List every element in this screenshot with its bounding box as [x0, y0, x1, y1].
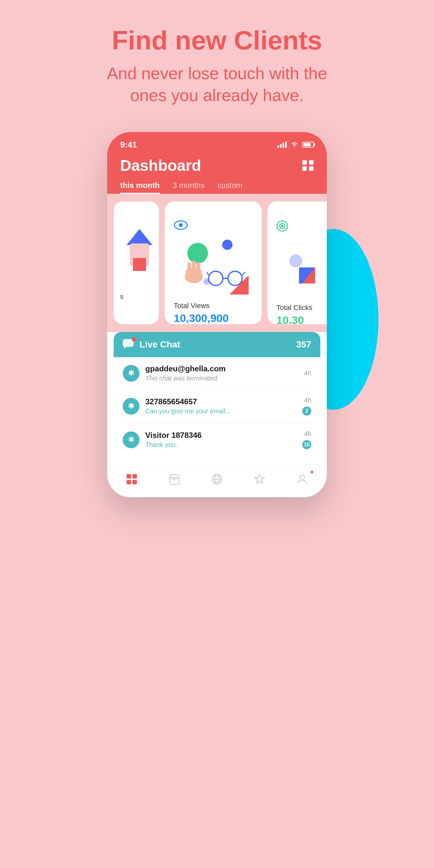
- card-icon-row: [174, 220, 252, 230]
- svg-point-18: [289, 254, 302, 268]
- svg-point-17: [281, 225, 283, 227]
- unread-badge: 2: [302, 407, 311, 415]
- card-total-views-value: 10,300,900: [174, 312, 252, 324]
- svg-line-8: [207, 272, 209, 275]
- chat-content: 327865654657 Can you give me your email.…: [145, 397, 297, 415]
- card-total-views: ···: [165, 202, 261, 324]
- figure-illustration: [120, 226, 152, 258]
- chat-time: 4h: [304, 397, 311, 404]
- tab-3-months[interactable]: 3 months: [173, 181, 205, 194]
- chat-name: 327865654657: [145, 397, 297, 406]
- live-chat-label: Live Chat: [140, 339, 180, 350]
- star-icon: [254, 473, 266, 485]
- views-illustration: [174, 233, 252, 298]
- chat-content: gpaddeu@ghella.com This chat was termina…: [145, 364, 299, 382]
- grid-icon: [126, 473, 137, 485]
- chat-icon-wrap: [123, 339, 134, 350]
- clicks-illustration: [276, 235, 327, 300]
- svg-rect-2: [133, 258, 146, 271]
- phone-frame: 9:41 Dashbo: [107, 132, 327, 497]
- hand-svg: [181, 259, 207, 285]
- avatar: ✱: [123, 431, 140, 448]
- partial-card-label: s: [120, 293, 152, 300]
- globe-icon: [211, 473, 223, 485]
- card-clicks-dots[interactable]: ···: [276, 209, 327, 218]
- svg-rect-13: [192, 260, 196, 271]
- stats-cards-area: ··· s: [107, 194, 327, 332]
- status-time: 9:41: [120, 140, 137, 150]
- chat-time: 4h: [304, 369, 311, 377]
- chat-meta: 4h 10: [302, 430, 311, 449]
- signal-icon: [277, 142, 287, 148]
- store-icon: [168, 473, 180, 485]
- chat-meta: 4h 2: [302, 397, 311, 415]
- svg-point-6: [228, 271, 242, 285]
- avatar: ✱: [123, 398, 140, 414]
- svg-rect-12: [187, 262, 191, 272]
- svg-marker-33: [255, 474, 265, 484]
- wifi-icon: [290, 141, 299, 149]
- chat-name: Visitor 1878346: [145, 431, 297, 440]
- chat-list: ✱ gpaddeu@ghella.com This chat was termi…: [114, 357, 320, 456]
- grid-menu-icon[interactable]: [302, 160, 314, 171]
- svg-rect-25: [127, 480, 131, 485]
- svg-rect-27: [169, 478, 179, 485]
- hero-title: Find new Clients: [112, 26, 322, 55]
- battery-icon: [302, 142, 314, 148]
- svg-rect-24: [132, 474, 137, 478]
- tab-this-month[interactable]: this month: [120, 181, 160, 194]
- profile-notification-dot: [310, 470, 314, 474]
- live-chat-count: 357: [296, 339, 311, 350]
- status-icons: [277, 141, 314, 149]
- chat-item[interactable]: ✱ Visitor 1878346 Thank you. 4h 10: [120, 423, 314, 456]
- chat-content: Visitor 1878346 Thank you.: [145, 431, 297, 448]
- chat-time: 4h: [304, 430, 311, 438]
- card-dots: ···: [120, 209, 152, 216]
- svg-line-9: [242, 272, 245, 275]
- card-clicks-value: 10,30: [276, 314, 327, 324]
- tab-custom[interactable]: custom: [217, 181, 242, 194]
- svg-marker-0: [127, 229, 152, 245]
- live-chat-header: Live Chat 357: [114, 332, 320, 357]
- page-title: Dashboard: [120, 157, 201, 175]
- live-chat-left: Live Chat: [123, 339, 180, 350]
- chat-preview: Can you give me your email...: [145, 407, 297, 415]
- svg-rect-23: [127, 474, 131, 478]
- nav-favorites[interactable]: [249, 471, 271, 488]
- card-total-clicks: ··· Total Clicks: [268, 202, 327, 324]
- status-bar: 9:41: [107, 132, 327, 151]
- eye-icon: [174, 220, 188, 230]
- svg-point-4: [179, 223, 183, 227]
- target-icon: [276, 220, 288, 232]
- clicks-svg: [276, 242, 327, 293]
- svg-point-34: [300, 475, 305, 479]
- chat-item[interactable]: ✱ gpaddeu@ghella.com This chat was termi…: [120, 357, 314, 390]
- card-clicks-label: Total Clicks: [276, 304, 327, 312]
- chat-meta: 4h: [304, 369, 311, 377]
- avatar: ✱: [123, 365, 140, 382]
- live-chat-section: Live Chat 357 ✱ gpaddeu@ghella.com This …: [114, 332, 320, 456]
- bottom-nav: [107, 464, 327, 497]
- card-total-views-label: Total Views: [174, 302, 252, 310]
- svg-marker-22: [124, 347, 127, 349]
- svg-rect-26: [132, 480, 137, 485]
- chat-preview: This chat was terminated.: [145, 375, 299, 382]
- svg-rect-14: [196, 262, 200, 271]
- app-header: Dashboard this month 3 months custom: [107, 151, 327, 194]
- chat-name: gpaddeu@ghella.com: [145, 364, 299, 373]
- period-tabs: this month 3 months custom: [120, 181, 314, 194]
- chat-notification-badge: [132, 337, 136, 342]
- chat-item[interactable]: ✱ 327865654657 Can you give me your emai…: [120, 390, 314, 423]
- card-clicks-icon-row: [276, 220, 327, 232]
- card-partial-left: ··· s: [114, 202, 159, 324]
- card-menu-dots[interactable]: ···: [174, 209, 252, 218]
- profile-icon: [297, 473, 308, 485]
- unread-badge: 10: [302, 440, 311, 449]
- nav-profile[interactable]: [291, 471, 313, 488]
- nav-globe[interactable]: [206, 471, 228, 488]
- nav-home[interactable]: [121, 471, 143, 488]
- chat-preview: Thank you.: [145, 441, 297, 448]
- nav-store[interactable]: [163, 471, 185, 488]
- svg-point-5: [209, 271, 223, 285]
- phone-mockup: 9:41 Dashbo: [94, 132, 340, 497]
